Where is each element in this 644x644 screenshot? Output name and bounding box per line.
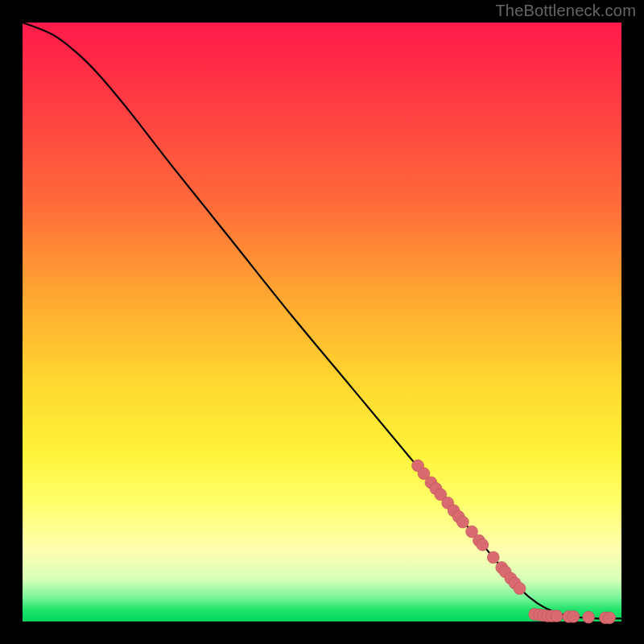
bottleneck-curve xyxy=(23,23,621,618)
watermark-text: TheBottleneck.com xyxy=(495,2,636,20)
data-point xyxy=(551,610,563,622)
curve-svg xyxy=(23,23,621,621)
data-point xyxy=(604,612,616,624)
data-markers xyxy=(412,460,616,624)
data-point xyxy=(487,551,499,564)
data-point xyxy=(583,611,595,623)
data-point xyxy=(514,583,526,595)
chart-frame: TheBottleneck.com xyxy=(0,0,644,644)
data-point xyxy=(568,611,580,623)
data-point xyxy=(456,516,469,528)
data-point xyxy=(477,539,489,551)
plot-gradient-area xyxy=(23,23,621,621)
